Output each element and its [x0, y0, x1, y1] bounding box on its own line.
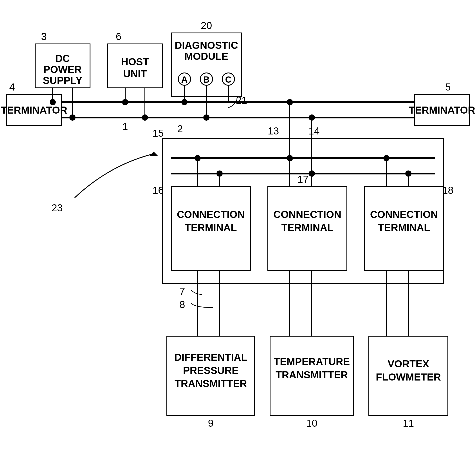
dot-bus-junction-lower [309, 115, 315, 121]
ref-10: 10 [306, 417, 317, 429]
dot-bus-junction-upper [287, 99, 293, 105]
ref-21: 21 [236, 95, 247, 106]
conn-term-left-label1: CONNECTION [177, 209, 245, 220]
dot-term-mid-lower [309, 171, 315, 177]
dot-term-left-lower [217, 171, 223, 177]
diagram: .box { fill: white; stroke: black; strok… [0, 0, 476, 464]
ref-20: 20 [201, 20, 212, 31]
dot-dc-lower [69, 115, 76, 121]
host-unit-label2: UNIT [123, 68, 147, 79]
diff-press-label3: TRANSMITTER [175, 378, 247, 389]
dot-host-lower [142, 115, 148, 121]
temp-trans-label2: TRANSMITTER [276, 369, 348, 380]
diff-press-label1: DIFFERENTIAL [174, 351, 247, 363]
ref-23-arrowhead [149, 152, 158, 156]
dot-term-left-upper [195, 155, 201, 161]
ref-9: 9 [208, 417, 214, 429]
ref-8: 8 [179, 299, 185, 310]
ref-6: 6 [116, 31, 121, 42]
temp-trans-label1: TEMPERATURE [274, 356, 350, 367]
ref-5: 5 [445, 81, 451, 93]
ref-3: 3 [41, 31, 47, 42]
diff-press-label2: PRESSURE [183, 365, 238, 376]
conn-term-left-label2: TERMINAL [185, 222, 237, 233]
connector-c-label: C [225, 75, 232, 84]
ref-17: 17 [297, 174, 308, 185]
ref-16: 16 [152, 184, 163, 196]
conn-term-mid-label2: TERMINAL [281, 222, 333, 233]
terminator-right-label: TERMINATOR [409, 104, 475, 116]
dot-host-upper [122, 99, 128, 105]
vortex-label2: FLOWMETER [376, 371, 441, 383]
ref-4: 4 [9, 81, 15, 93]
connector-b-label: B [203, 75, 210, 84]
conn-term-mid-label1: CONNECTION [273, 209, 341, 220]
ref-13: 13 [268, 125, 279, 137]
dot-term-right-upper [383, 155, 390, 161]
diag-mod-label1: DIAGNOSTIC [175, 39, 238, 51]
vortex-label1: VORTEX [388, 358, 429, 369]
ref-7: 7 [179, 286, 185, 297]
dot-dc-upper [50, 99, 56, 105]
ref-7-line [191, 290, 202, 294]
diag-mod-label2: MODULE [184, 50, 228, 62]
dc-power-supply-label1: DC [55, 53, 70, 64]
ref-15: 15 [152, 127, 163, 139]
ref-18: 18 [442, 184, 453, 196]
dot-diag-b [203, 115, 209, 121]
ref-11: 11 [403, 417, 414, 429]
ref-8-line [191, 303, 213, 308]
dot-diag-a [181, 99, 188, 105]
ref-1: 1 [122, 121, 128, 132]
connector-a-label: A [181, 75, 188, 84]
dot-term-mid-upper [287, 155, 293, 161]
ref-23: 23 [51, 202, 63, 213]
dc-power-supply-label3: SUPPLY [43, 75, 82, 86]
dot-term-right-lower [405, 171, 411, 177]
conn-term-right-label2: TERMINAL [378, 222, 430, 233]
ref-23-arrow [75, 154, 154, 198]
dc-power-supply-label2: POWER [43, 64, 82, 75]
ref-2: 2 [177, 123, 183, 135]
ref-14: 14 [308, 125, 319, 137]
host-unit-label1: HOST [121, 56, 149, 68]
terminator-left-label: TERMINATOR [1, 104, 67, 116]
conn-term-right-label1: CONNECTION [370, 209, 438, 220]
